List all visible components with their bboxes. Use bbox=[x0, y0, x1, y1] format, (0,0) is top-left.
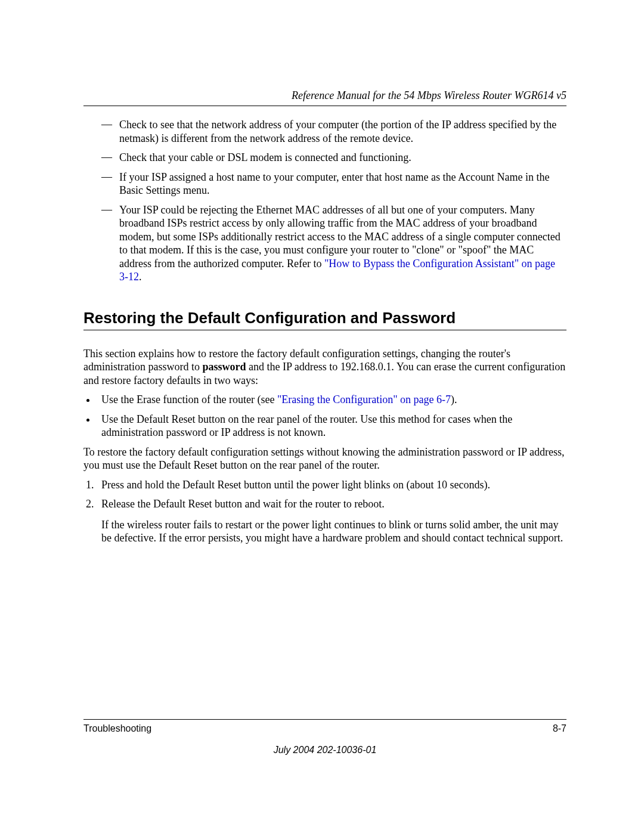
intro-bold-word: password bbox=[202, 361, 246, 373]
dash-item-text: Check to see that the network address of… bbox=[119, 118, 566, 145]
step-text: Release the Default Reset button and wai… bbox=[101, 498, 385, 510]
dash-marker: — bbox=[101, 171, 119, 197]
dash-item-text: Check that your cable or DSL modem is co… bbox=[119, 151, 566, 165]
bullet-text-before: Use the Erase function of the router (se… bbox=[101, 394, 277, 405]
dash-item-suffix: . bbox=[139, 271, 142, 283]
bullet-item: Use the Default Reset button on the rear… bbox=[97, 413, 566, 439]
step-followup-paragraph: If the wireless router fails to restart … bbox=[101, 518, 566, 545]
running-heading: Reference Manual for the 54 Mbps Wireles… bbox=[83, 89, 566, 102]
page-footer: Troubleshooting 8-7 July 2004 202-10036-… bbox=[83, 719, 566, 755]
step-item: Press and hold the Default Reset button … bbox=[97, 478, 566, 492]
dash-marker: — bbox=[101, 151, 119, 165]
bullet-text: Use the Default Reset button on the rear… bbox=[101, 413, 512, 439]
bullet-text-after: ). bbox=[451, 394, 457, 405]
step-item: Release the Default Reset button and wai… bbox=[97, 497, 566, 545]
dash-item: — If your ISP assigned a host name to yo… bbox=[101, 171, 566, 197]
footer-rule bbox=[83, 719, 566, 720]
dash-marker: — bbox=[101, 203, 119, 284]
page-container: Reference Manual for the 54 Mbps Wireles… bbox=[0, 0, 644, 833]
body-paragraph: To restore the factory default configura… bbox=[83, 445, 566, 472]
intro-paragraph: This section explains how to restore the… bbox=[83, 347, 566, 388]
dash-item-text: If your ISP assigned a host name to your… bbox=[119, 171, 566, 197]
dash-item: — Check that your cable or DSL modem is … bbox=[101, 151, 566, 165]
footer-publication-info: July 2004 202-10036-01 bbox=[83, 745, 566, 755]
footer-section-name: Troubleshooting bbox=[83, 723, 151, 734]
footer-row: Troubleshooting 8-7 bbox=[83, 723, 566, 734]
dash-item: — Your ISP could be rejecting the Ethern… bbox=[101, 203, 566, 284]
bullet-item: Use the Erase function of the router (se… bbox=[97, 393, 566, 407]
section-heading: Restoring the Default Configuration and … bbox=[83, 309, 566, 327]
bullet-list: Use the Erase function of the router (se… bbox=[83, 393, 566, 439]
step-text: Press and hold the Default Reset button … bbox=[101, 479, 490, 491]
dash-item-text: Your ISP could be rejecting the Ethernet… bbox=[119, 203, 566, 284]
header-rule bbox=[83, 106, 566, 106]
footer-page-number: 8-7 bbox=[553, 723, 566, 734]
dash-marker: — bbox=[101, 118, 119, 145]
dash-item: — Check to see that the network address … bbox=[101, 118, 566, 145]
section-rule bbox=[83, 330, 566, 330]
numbered-steps: Press and hold the Default Reset button … bbox=[83, 478, 566, 545]
cross-reference-link[interactable]: "Erasing the Configuration" on page 6-7 bbox=[277, 394, 451, 405]
dash-list: — Check to see that the network address … bbox=[83, 118, 566, 284]
